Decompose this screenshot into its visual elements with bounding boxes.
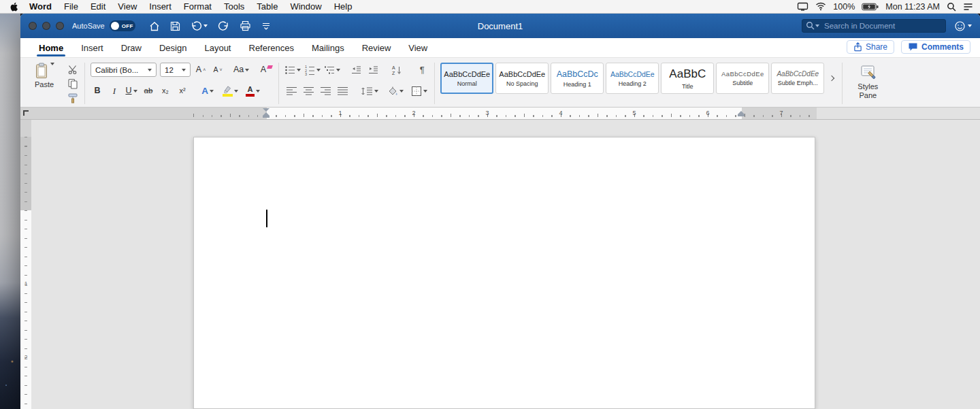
increase-indent-button[interactable] [366,63,380,78]
battery-percent: 100% [833,2,855,12]
underline-button[interactable]: U [125,84,138,99]
vertical-ruler: 1 2 [20,120,31,409]
font-name-combo[interactable]: Calibri (Bo... [91,63,157,77]
minimize-button[interactable] [42,22,50,30]
style-no-spacing[interactable]: AaBbCcDdEe No Spacing [495,63,549,94]
right-indent-marker[interactable] [738,111,745,116]
menu-item-format[interactable]: Format [178,0,218,14]
close-button[interactable] [29,22,37,30]
tab-design[interactable]: Design [150,39,195,56]
apple-menu[interactable] [8,1,23,12]
highlight-button[interactable] [222,84,238,99]
document-search-input[interactable] [802,19,946,33]
print-button[interactable] [240,20,251,31]
menu-item-file[interactable]: File [58,0,84,14]
format-painter-button[interactable] [67,93,79,103]
align-left-button[interactable] [284,84,298,99]
align-right-button[interactable] [318,84,332,99]
display-mirroring-icon[interactable] [797,2,808,11]
wifi-icon[interactable] [815,2,826,11]
home-button[interactable] [149,21,160,31]
font-size-combo[interactable]: 12 [160,63,191,77]
menu-item-tools[interactable]: Tools [218,0,250,14]
grow-font-button[interactable]: A˄ [194,63,208,78]
underline-dropdown-icon [133,90,137,93]
strikethrough-button[interactable]: ab [142,84,155,99]
styles-pane-button[interactable]: Styles Pane [848,61,887,99]
menu-clock[interactable]: Mon 11:23 AM [885,2,940,12]
battery-icon[interactable] [862,3,879,11]
search-scope-dropdown-icon [815,24,819,27]
tab-view[interactable]: View [399,39,436,56]
style-normal[interactable]: AaBbCcDdEe Normal [440,63,493,94]
save-button[interactable] [170,21,180,31]
subscript-button[interactable]: x₂ [159,84,172,99]
tab-layout[interactable]: Layout [195,39,240,56]
tab-mailings[interactable]: Mailings [303,39,353,56]
italic-button[interactable]: I [108,84,121,99]
text-effects-button[interactable]: A [201,84,214,99]
undo-button[interactable] [191,20,208,31]
paste-button[interactable]: Paste [27,62,61,103]
menu-item-window[interactable]: Window [284,0,327,14]
autosave-label: AutoSave [72,22,105,30]
cut-button[interactable] [67,64,79,75]
left-indent-marker[interactable] [263,108,270,118]
font-size-value: 12 [165,66,174,74]
notification-center-icon[interactable] [963,3,973,11]
show-paragraph-marks-button[interactable]: ¶ [415,63,429,78]
redo-button[interactable] [218,20,229,31]
increase-indent-icon [368,65,378,76]
style-subtitle[interactable]: AaBbCcDdEe Subtitle [716,63,769,94]
style-heading-2[interactable]: AaBbCcDdEe Heading 2 [606,63,659,94]
share-button[interactable]: Share [847,40,894,54]
zoom-button[interactable] [56,22,64,30]
menu-item-insert[interactable]: Insert [143,0,178,14]
paste-clipboard-icon [35,63,48,79]
shrink-font-button[interactable]: A˅ [211,63,225,78]
tab-home[interactable]: Home [30,39,72,56]
sort-button[interactable]: AZ [390,63,404,78]
align-center-button[interactable] [301,84,315,99]
bullets-button[interactable] [284,63,301,78]
customize-toolbar-button[interactable] [261,21,271,31]
more-styles-button[interactable] [826,63,836,94]
tab-references[interactable]: References [240,39,303,56]
tab-review[interactable]: Review [353,39,400,56]
clear-formatting-button[interactable]: A [259,63,273,78]
autosave-toggle[interactable]: OFF [110,20,135,31]
tab-insert[interactable]: Insert [72,39,112,56]
justify-button[interactable] [336,84,349,99]
paste-label: Paste [35,80,54,88]
numbering-button[interactable]: 123 [304,63,321,78]
svg-text:Z: Z [392,71,395,76]
menu-item-word[interactable]: Word [23,0,58,14]
home-icon [149,21,160,31]
menu-item-help[interactable]: Help [328,0,359,14]
decrease-indent-button[interactable] [349,63,363,78]
menu-item-view[interactable]: View [112,0,143,14]
font-color-button[interactable]: A [246,84,260,99]
style-subtle-emphasis[interactable]: AaBbCcDdEe Subtle Emph... [771,63,824,94]
tab-draw[interactable]: Draw [112,39,150,56]
redo-icon [218,20,229,31]
comments-button[interactable]: Comments [901,40,970,54]
borders-button[interactable] [411,84,427,99]
menu-item-table[interactable]: Table [250,0,284,14]
change-case-button[interactable]: Aa [233,63,249,78]
spotlight-icon[interactable] [947,2,956,12]
bold-button[interactable]: B [91,84,104,99]
feedback-button[interactable] [954,20,972,32]
sort-icon: AZ [391,65,402,76]
line-spacing-button[interactable] [361,84,378,99]
style-title[interactable]: AaBbC Title [661,63,714,94]
multilevel-list-button[interactable] [324,63,340,78]
document-page[interactable] [193,137,815,409]
tab-stop-selector[interactable] [23,110,29,116]
menu-item-edit[interactable]: Edit [84,0,112,14]
shading-button[interactable] [387,84,404,99]
styles-gallery: AaBbCcDdEe Normal AaBbCcDdEe No Spacing … [440,61,836,94]
style-heading-1[interactable]: AaBbCcDc Heading 1 [551,63,604,94]
superscript-button[interactable]: x² [176,84,189,99]
copy-button[interactable] [67,78,79,89]
